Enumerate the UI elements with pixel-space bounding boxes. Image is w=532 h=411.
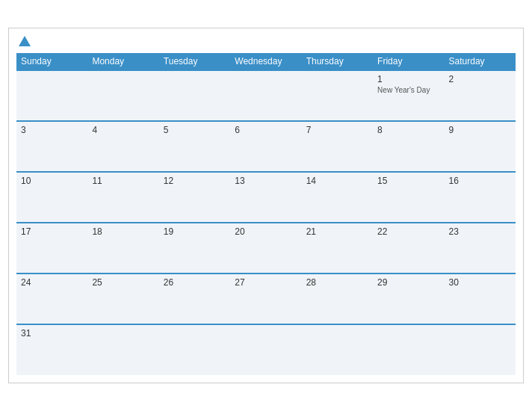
day-number: 23 <box>449 226 511 237</box>
weekday-header-saturday: Saturday <box>445 53 516 70</box>
day-number: 27 <box>235 277 297 288</box>
day-number: 17 <box>21 226 83 237</box>
calendar-container: SundayMondayTuesdayWednesdayThursdayFrid… <box>8 28 524 383</box>
calendar-cell: 12 <box>159 172 230 223</box>
calendar-cell <box>230 70 301 121</box>
calendar-cell <box>373 324 444 375</box>
day-number: 20 <box>235 226 297 237</box>
week-row-2: 3456789 <box>16 121 516 172</box>
weekday-header-tuesday: Tuesday <box>159 53 230 70</box>
week-row-3: 10111213141516 <box>16 172 516 223</box>
calendar-cell: 17 <box>16 223 87 274</box>
day-number: 10 <box>21 176 83 186</box>
calendar-cell: 22 <box>373 223 444 274</box>
day-number: 22 <box>377 226 439 237</box>
calendar-table: SundayMondayTuesdayWednesdayThursdayFrid… <box>16 53 516 375</box>
calendar-cell: 21 <box>302 223 373 274</box>
calendar-cell <box>159 70 230 121</box>
calendar-cell: 4 <box>87 121 158 172</box>
calendar-cell <box>302 70 373 121</box>
calendar-cell: 3 <box>16 121 87 172</box>
weekday-header-thursday: Thursday <box>302 53 373 70</box>
day-number: 13 <box>235 176 297 186</box>
calendar-cell: 24 <box>16 274 87 324</box>
calendar-cell: 31 <box>16 324 87 375</box>
day-number: 12 <box>164 176 226 186</box>
calendar-cell: 16 <box>445 172 516 223</box>
calendar-cell: 2 <box>445 70 516 121</box>
weekday-header-row: SundayMondayTuesdayWednesdayThursdayFrid… <box>16 53 516 70</box>
week-row-6: 31 <box>16 324 516 375</box>
calendar-cell: 9 <box>445 121 516 172</box>
day-number: 2 <box>449 74 511 84</box>
day-number: 7 <box>306 125 368 135</box>
calendar-cell: 18 <box>87 223 158 274</box>
calendar-cell: 5 <box>159 121 230 172</box>
calendar-cell: 8 <box>373 121 444 172</box>
calendar-cell: 7 <box>302 121 373 172</box>
calendar-cell: 14 <box>302 172 373 223</box>
calendar-cell: 15 <box>373 172 444 223</box>
day-number: 26 <box>164 277 226 288</box>
day-number: 8 <box>377 125 439 135</box>
weekday-header-wednesday: Wednesday <box>230 53 301 70</box>
calendar-cell: 27 <box>230 274 301 324</box>
weekday-header-sunday: Sunday <box>16 53 87 70</box>
calendar-cell <box>87 70 158 121</box>
day-number: 19 <box>164 226 226 237</box>
calendar-cell <box>230 324 301 375</box>
calendar-cell: 28 <box>302 274 373 324</box>
day-number: 29 <box>377 277 439 288</box>
day-number: 15 <box>377 176 439 186</box>
calendar-cell: 26 <box>159 274 230 324</box>
week-row-4: 17181920212223 <box>16 223 516 274</box>
day-number: 16 <box>449 176 511 186</box>
calendar-cell: 6 <box>230 121 301 172</box>
week-row-1: 1New Year's Day2 <box>16 70 516 121</box>
day-number: 28 <box>306 277 368 288</box>
weekday-header-monday: Monday <box>87 53 158 70</box>
week-row-5: 24252627282930 <box>16 274 516 324</box>
day-number: 5 <box>164 125 226 135</box>
calendar-cell <box>87 324 158 375</box>
calendar-cell: 25 <box>87 274 158 324</box>
day-number: 3 <box>21 125 83 135</box>
calendar-cell: 30 <box>445 274 516 324</box>
day-number: 21 <box>306 226 368 237</box>
calendar-cell: 20 <box>230 223 301 274</box>
calendar-cell: 13 <box>230 172 301 223</box>
day-number: 14 <box>306 176 368 186</box>
day-number: 24 <box>21 277 83 288</box>
calendar-cell <box>445 324 516 375</box>
day-event: New Year's Day <box>377 86 439 94</box>
weekday-header-friday: Friday <box>373 53 444 70</box>
calendar-cell <box>159 324 230 375</box>
day-number: 31 <box>21 328 83 339</box>
day-number: 25 <box>92 277 154 288</box>
logo <box>16 36 31 47</box>
logo-triangle-icon <box>19 36 31 46</box>
calendar-cell: 23 <box>445 223 516 274</box>
day-number: 9 <box>449 125 511 135</box>
day-number: 30 <box>449 277 511 288</box>
calendar-cell: 29 <box>373 274 444 324</box>
calendar-cell: 1New Year's Day <box>373 70 444 121</box>
day-number: 11 <box>92 176 154 186</box>
day-number: 18 <box>92 226 154 237</box>
calendar-cell <box>16 70 87 121</box>
day-number: 1 <box>377 74 439 84</box>
calendar-cell: 19 <box>159 223 230 274</box>
day-number: 4 <box>92 125 154 135</box>
calendar-cell: 10 <box>16 172 87 223</box>
calendar-cell: 11 <box>87 172 158 223</box>
calendar-cell <box>302 324 373 375</box>
day-number: 6 <box>235 125 297 135</box>
calendar-header <box>16 36 516 47</box>
